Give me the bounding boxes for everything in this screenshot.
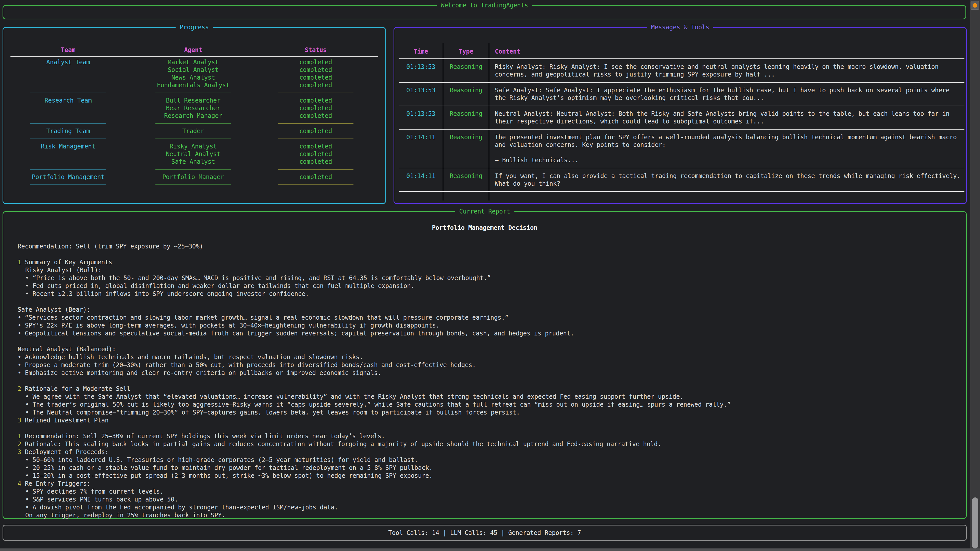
agent-name: Bear Researcher <box>127 104 259 112</box>
agent-status: completed <box>259 74 372 81</box>
message-type: Reasoning <box>443 106 489 129</box>
stats-footer-panel: Tool Calls: 14 | LLM Calls: 45 | Generat… <box>3 525 967 541</box>
message-row: 01:13:53ReasoningNeutral Analyst: Neutra… <box>399 106 964 130</box>
scroll-top-indicator[interactable] <box>970 1 979 10</box>
messages-tools-panel: Messages & Tools Time Type Content 01:13… <box>393 27 967 204</box>
header-separator <box>11 56 378 57</box>
message-row: 01:13:53ReasoningRisky Analyst: Risky An… <box>399 59 964 83</box>
progress-panel-title: Progress <box>176 24 213 31</box>
team-name <box>10 104 127 112</box>
progress-group-separator <box>10 120 379 127</box>
separator-line <box>278 138 353 139</box>
scrollbar-thumb[interactable] <box>972 497 978 548</box>
separator-line <box>30 93 106 93</box>
report-line: • 50–60% into laddered U.S. Treasuries o… <box>3 456 958 464</box>
report-line: • 20–25% in cash or a stable-value fund … <box>3 464 958 472</box>
column-header-status: Status <box>259 46 372 54</box>
progress-row: Risk ManagementRisky Analystcompleted <box>10 143 379 150</box>
message-content: The presented investment plan for SPY of… <box>489 130 964 168</box>
team-name: Risk Management <box>10 143 127 150</box>
separator-line <box>278 184 353 185</box>
report-line <box>3 424 958 432</box>
message-content: If you want, I can also provide a tactic… <box>489 168 964 191</box>
separator-line <box>156 169 231 170</box>
agent-name: Safe Analyst <box>127 158 259 165</box>
report-line <box>3 377 958 385</box>
report-line <box>3 298 958 306</box>
progress-panel: Progress Team Agent Status Analyst TeamM… <box>3 27 386 204</box>
team-name: Trading Team <box>10 127 127 135</box>
progress-row: Fundamentals Analystcompleted <box>10 81 379 89</box>
column-header-team: Team <box>10 46 127 54</box>
messages-table-filler <box>399 192 964 200</box>
report-line <box>3 251 958 259</box>
agent-status: completed <box>259 112 372 120</box>
progress-row: Analyst TeamMarket Analystcompleted <box>10 59 379 66</box>
separator-line <box>156 138 231 139</box>
report-line: • A dovish pivot from the Fed accompanie… <box>3 503 958 511</box>
report-line: • S&P services PMI turns back up above 5… <box>3 495 958 503</box>
progress-group-separator <box>10 181 379 189</box>
report-line: Recommendation: Sell (trim SPY exposure … <box>3 243 958 251</box>
separator-line <box>156 123 231 124</box>
report-line: 4 Re-Entry Triggers: <box>3 480 958 488</box>
agent-status: completed <box>259 66 372 74</box>
progress-row: Portfolio ManagementPortfolio Managercom… <box>10 173 379 181</box>
team-name <box>10 66 127 74</box>
separator-line <box>30 123 106 124</box>
list-number: 2 <box>18 441 21 448</box>
message-time: 01:13:53 <box>399 106 443 129</box>
agent-status: completed <box>259 59 372 66</box>
report-line: • 15–20% in a cost-effective put spread … <box>3 472 958 480</box>
separator-line <box>278 123 353 124</box>
agent-name: Research Manager <box>127 112 259 120</box>
new-output-dot-icon <box>973 3 977 8</box>
message-type: Reasoning <box>443 83 489 106</box>
message-content: Neutral Analyst: Neutral Analyst: Both t… <box>489 106 964 129</box>
column-header-agent: Agent <box>127 46 259 54</box>
message-row: 01:14:11ReasoningIf you want, I can also… <box>399 168 964 192</box>
team-name <box>10 81 127 89</box>
message-row: 01:14:11ReasoningThe presented investmen… <box>399 130 964 168</box>
report-line: • Propose a moderate trim (20–30%) rathe… <box>3 361 958 369</box>
agent-name: Social Analyst <box>127 66 259 74</box>
stats-text: Tool Calls: 14 | LLM Calls: 45 | Generat… <box>388 529 581 537</box>
agent-status: completed <box>259 127 372 135</box>
agent-name: Fundamentals Analyst <box>127 81 259 89</box>
report-line: • Geopolitical tensions and speculative … <box>3 330 958 338</box>
scrollbar-track[interactable] <box>970 0 980 551</box>
message-time: 01:14:11 <box>399 168 443 191</box>
column-header-type: Type <box>443 43 489 59</box>
message-type: Reasoning <box>443 130 489 168</box>
separator-line <box>278 93 353 93</box>
report-line: 2 Rationale for a Moderate Sell <box>3 385 958 393</box>
progress-table: Team Agent Status Analyst TeamMarket Ana… <box>10 46 379 189</box>
agent-name: Portfolio Manager <box>127 173 259 181</box>
report-line: On any trigger, redeploy in 25% tranches… <box>3 511 958 519</box>
report-line: 3 Deployment of Proceeds: <box>3 448 958 456</box>
report-line: • Recent $2.3 billion inflows into SPY u… <box>3 290 958 298</box>
report-line: • Acknowledge bullish technicals and mac… <box>3 353 958 361</box>
agent-status: completed <box>259 97 372 104</box>
message-type: Reasoning <box>443 59 489 82</box>
agent-status: completed <box>259 81 372 89</box>
progress-row: Trading TeamTradercompleted <box>10 127 379 135</box>
agent-name: Risky Analyst <box>127 143 259 150</box>
progress-row: Social Analystcompleted <box>10 66 379 74</box>
message-row: 01:13:53ReasoningSafe Analyst: Safe Anal… <box>399 83 964 106</box>
progress-table-body: Analyst TeamMarket AnalystcompletedSocia… <box>10 59 379 189</box>
progress-row: Neutral Analystcompleted <box>10 150 379 158</box>
list-number: 3 <box>18 417 21 424</box>
agent-name: Neutral Analyst <box>127 150 259 158</box>
progress-group-separator <box>10 165 379 173</box>
list-number: 1 <box>18 259 21 266</box>
welcome-title: Welcome to TradingAgents <box>437 2 532 9</box>
current-report-panel: Current Report Portfolio Management Deci… <box>3 211 967 519</box>
team-name: Analyst Team <box>10 59 127 66</box>
bottom-bar <box>0 548 980 551</box>
list-number: 3 <box>18 448 21 456</box>
agent-name: News Analyst <box>127 74 259 81</box>
agent-status: completed <box>259 158 372 165</box>
agent-name: Trader <box>127 127 259 135</box>
column-header-content: Content <box>489 43 964 59</box>
